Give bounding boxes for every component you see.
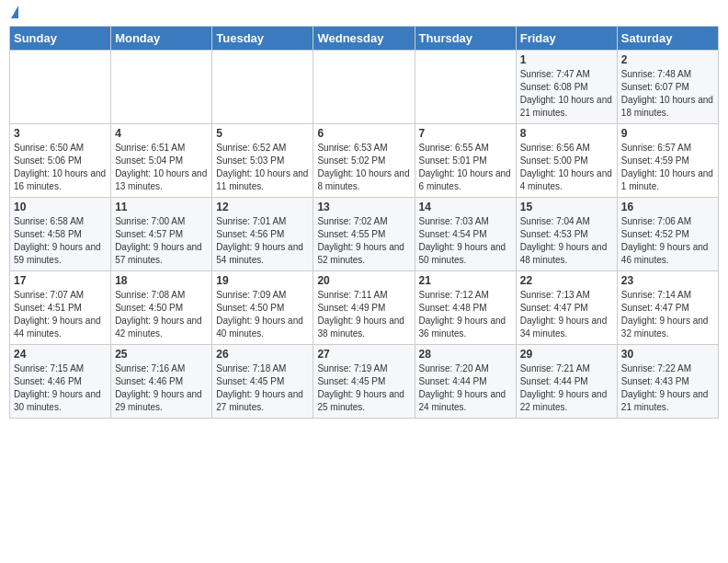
day-number: 27 (317, 348, 410, 361)
calendar-cell: 26Sunrise: 7:18 AMSunset: 4:45 PMDayligh… (212, 345, 313, 419)
day-info: Sunrise: 6:55 AMSunset: 5:01 PMDaylight:… (419, 142, 512, 193)
day-info: Sunrise: 6:57 AMSunset: 4:59 PMDaylight:… (621, 142, 714, 193)
day-info: Sunrise: 7:18 AMSunset: 4:45 PMDaylight:… (216, 362, 309, 414)
day-number: 4 (115, 127, 208, 140)
day-number: 29 (520, 348, 613, 361)
day-number: 6 (317, 127, 410, 140)
calendar-cell (212, 51, 313, 124)
day-info: Sunrise: 7:01 AMSunset: 4:56 PMDaylight:… (216, 215, 309, 267)
day-info: Sunrise: 6:52 AMSunset: 5:03 PMDaylight:… (216, 142, 309, 193)
calendar-cell: 17Sunrise: 7:07 AMSunset: 4:51 PMDayligh… (10, 271, 111, 345)
day-info: Sunrise: 7:11 AMSunset: 4:49 PMDaylight:… (317, 289, 410, 340)
calendar-cell: 29Sunrise: 7:21 AMSunset: 4:44 PMDayligh… (516, 345, 617, 419)
day-info: Sunrise: 7:20 AMSunset: 4:44 PMDaylight:… (419, 362, 512, 414)
day-info: Sunrise: 7:04 AMSunset: 4:53 PMDaylight:… (520, 215, 613, 267)
day-info: Sunrise: 6:58 AMSunset: 4:58 PMDaylight:… (14, 215, 107, 267)
day-number: 26 (216, 348, 309, 361)
day-number: 21 (419, 274, 512, 287)
calendar-cell: 8Sunrise: 6:56 AMSunset: 5:00 PMDaylight… (516, 124, 617, 198)
day-info: Sunrise: 7:16 AMSunset: 4:46 PMDaylight:… (115, 362, 208, 414)
day-number: 20 (317, 274, 410, 287)
day-number: 17 (14, 274, 107, 287)
day-info: Sunrise: 7:19 AMSunset: 4:45 PMDaylight:… (317, 362, 410, 414)
weekday-header-monday: Monday (111, 27, 212, 51)
logo-triangle-icon (11, 6, 18, 18)
day-number: 12 (216, 201, 309, 213)
day-number: 7 (419, 127, 512, 140)
day-info: Sunrise: 7:14 AMSunset: 4:47 PMDaylight:… (621, 289, 714, 340)
weekday-header-saturday: Saturday (617, 27, 718, 51)
day-info: Sunrise: 7:13 AMSunset: 4:47 PMDaylight:… (520, 289, 613, 340)
calendar-cell: 1Sunrise: 7:47 AMSunset: 6:08 PMDaylight… (516, 51, 617, 124)
calendar-cell: 13Sunrise: 7:02 AMSunset: 4:55 PMDayligh… (313, 198, 415, 271)
calendar-cell: 23Sunrise: 7:14 AMSunset: 4:47 PMDayligh… (617, 271, 718, 345)
day-number: 15 (520, 201, 613, 213)
calendar-cell: 27Sunrise: 7:19 AMSunset: 4:45 PMDayligh… (313, 345, 415, 419)
calendar-cell: 22Sunrise: 7:13 AMSunset: 4:47 PMDayligh… (516, 271, 617, 345)
calendar-cell (415, 51, 516, 124)
calendar-cell: 21Sunrise: 7:12 AMSunset: 4:48 PMDayligh… (415, 271, 516, 345)
calendar-cell: 19Sunrise: 7:09 AMSunset: 4:50 PMDayligh… (212, 271, 313, 345)
day-number: 14 (419, 201, 512, 213)
calendar-cell (111, 51, 212, 124)
day-info: Sunrise: 7:22 AMSunset: 4:43 PMDaylight:… (621, 362, 714, 414)
day-info: Sunrise: 6:50 AMSunset: 5:06 PMDaylight:… (14, 142, 107, 193)
calendar-week-row: 10Sunrise: 6:58 AMSunset: 4:58 PMDayligh… (10, 198, 719, 271)
day-number: 19 (216, 274, 309, 287)
day-info: Sunrise: 7:07 AMSunset: 4:51 PMDaylight:… (14, 289, 107, 340)
calendar-cell: 6Sunrise: 6:53 AMSunset: 5:02 PMDaylight… (313, 124, 415, 198)
day-number: 8 (520, 127, 613, 140)
day-info: Sunrise: 7:21 AMSunset: 4:44 PMDaylight:… (520, 362, 613, 414)
day-number: 13 (317, 201, 410, 213)
day-number: 3 (14, 127, 107, 140)
day-number: 9 (621, 127, 714, 140)
weekday-header-row: SundayMondayTuesdayWednesdayThursdayFrid… (10, 27, 719, 51)
day-info: Sunrise: 7:03 AMSunset: 4:54 PMDaylight:… (419, 215, 512, 267)
day-info: Sunrise: 7:06 AMSunset: 4:52 PMDaylight:… (621, 215, 714, 267)
calendar-cell: 7Sunrise: 6:55 AMSunset: 5:01 PMDaylight… (415, 124, 516, 198)
calendar-cell: 18Sunrise: 7:08 AMSunset: 4:50 PMDayligh… (111, 271, 212, 345)
calendar-week-row: 1Sunrise: 7:47 AMSunset: 6:08 PMDaylight… (10, 51, 719, 124)
day-number: 23 (621, 274, 714, 287)
day-number: 10 (14, 201, 107, 213)
calendar-cell: 20Sunrise: 7:11 AMSunset: 4:49 PMDayligh… (313, 271, 415, 345)
day-number: 16 (621, 201, 714, 213)
day-info: Sunrise: 7:08 AMSunset: 4:50 PMDaylight:… (115, 289, 208, 340)
day-info: Sunrise: 7:09 AMSunset: 4:50 PMDaylight:… (216, 289, 309, 340)
day-number: 22 (520, 274, 613, 287)
day-info: Sunrise: 7:47 AMSunset: 6:08 PMDaylight:… (520, 68, 613, 120)
calendar-week-row: 3Sunrise: 6:50 AMSunset: 5:06 PMDaylight… (10, 124, 719, 198)
day-info: Sunrise: 6:51 AMSunset: 5:04 PMDaylight:… (115, 142, 208, 193)
day-number: 2 (621, 53, 714, 66)
weekday-header-tuesday: Tuesday (212, 27, 313, 51)
day-info: Sunrise: 7:15 AMSunset: 4:46 PMDaylight:… (14, 362, 107, 414)
calendar-week-row: 24Sunrise: 7:15 AMSunset: 4:46 PMDayligh… (10, 345, 719, 419)
calendar-cell: 3Sunrise: 6:50 AMSunset: 5:06 PMDaylight… (10, 124, 111, 198)
day-number: 18 (115, 274, 208, 287)
calendar-cell (313, 51, 415, 124)
day-info: Sunrise: 6:53 AMSunset: 5:02 PMDaylight:… (317, 142, 410, 193)
calendar-week-row: 17Sunrise: 7:07 AMSunset: 4:51 PMDayligh… (10, 271, 719, 345)
calendar-cell: 11Sunrise: 7:00 AMSunset: 4:57 PMDayligh… (111, 198, 212, 271)
weekday-header-thursday: Thursday (415, 27, 516, 51)
day-number: 28 (419, 348, 512, 361)
calendar-cell: 14Sunrise: 7:03 AMSunset: 4:54 PMDayligh… (415, 198, 516, 271)
calendar-table: SundayMondayTuesdayWednesdayThursdayFrid… (9, 26, 719, 419)
calendar-cell: 24Sunrise: 7:15 AMSunset: 4:46 PMDayligh… (10, 345, 111, 419)
day-number: 5 (216, 127, 309, 140)
weekday-header-sunday: Sunday (10, 27, 111, 51)
day-info: Sunrise: 6:56 AMSunset: 5:00 PMDaylight:… (520, 142, 613, 193)
calendar-cell: 9Sunrise: 6:57 AMSunset: 4:59 PMDaylight… (617, 124, 718, 198)
calendar-cell: 28Sunrise: 7:20 AMSunset: 4:44 PMDayligh… (415, 345, 516, 419)
logo (9, 9, 18, 18)
calendar-cell: 10Sunrise: 6:58 AMSunset: 4:58 PMDayligh… (10, 198, 111, 271)
calendar-cell: 5Sunrise: 6:52 AMSunset: 5:03 PMDaylight… (212, 124, 313, 198)
calendar-cell: 12Sunrise: 7:01 AMSunset: 4:56 PMDayligh… (212, 198, 313, 271)
calendar-cell (10, 51, 111, 124)
calendar-cell: 25Sunrise: 7:16 AMSunset: 4:46 PMDayligh… (111, 345, 212, 419)
day-info: Sunrise: 7:00 AMSunset: 4:57 PMDaylight:… (115, 215, 208, 267)
day-number: 30 (621, 348, 714, 361)
day-number: 25 (115, 348, 208, 361)
calendar-cell: 15Sunrise: 7:04 AMSunset: 4:53 PMDayligh… (516, 198, 617, 271)
calendar-cell: 4Sunrise: 6:51 AMSunset: 5:04 PMDaylight… (111, 124, 212, 198)
